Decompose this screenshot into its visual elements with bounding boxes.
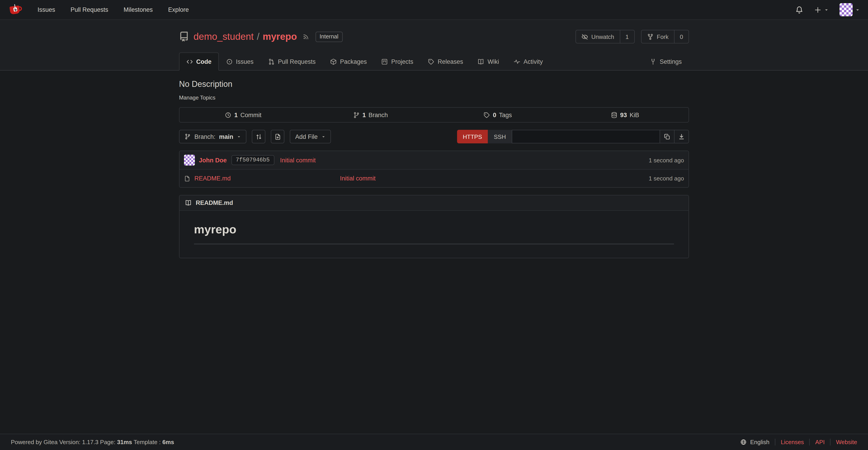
tab-activity[interactable]: Activity: [506, 53, 550, 70]
footer-divider: [830, 439, 831, 446]
settings-icon: [650, 58, 656, 65]
compare-icon: [255, 133, 262, 140]
latest-commit-row: John Doe 7f507946b5 Initial commit 1 sec…: [180, 151, 688, 169]
chevron-down-icon: [824, 7, 829, 12]
pull-request-icon: [268, 58, 275, 65]
watch-count[interactable]: 1: [620, 30, 634, 43]
tag-icon: [428, 58, 434, 65]
file-commit-message-link[interactable]: Initial commit: [340, 175, 376, 182]
commit-author-avatar[interactable]: [184, 155, 195, 166]
commit-sha-link[interactable]: 7f507946b5: [231, 155, 274, 165]
tab-projects[interactable]: Projects: [374, 53, 421, 70]
page-footer: Powered by Gitea Version: 1.17.3 Page: 3…: [0, 434, 868, 450]
tab-packages[interactable]: Packages: [323, 53, 374, 70]
package-icon: [330, 58, 337, 65]
bell-icon[interactable]: [795, 6, 803, 14]
code-icon: [186, 58, 193, 65]
readme-heading: myrepo: [194, 222, 674, 244]
https-clone-button[interactable]: HTTPS: [457, 130, 488, 143]
ssh-clone-button[interactable]: SSH: [488, 130, 512, 143]
code-toolbar: Branch:main Add File HTTPS: [179, 130, 689, 143]
repo-icon: [179, 32, 189, 41]
book-icon: [185, 200, 192, 206]
readme-panel: README.md myrepo: [179, 195, 689, 258]
plus-icon: [814, 6, 822, 13]
tab-releases[interactable]: Releases: [421, 53, 470, 70]
eye-off-icon: [581, 33, 588, 40]
rss-icon[interactable]: [303, 33, 309, 40]
unwatch-button[interactable]: Unwatch: [576, 30, 620, 43]
nav-item-pull-requests[interactable]: Pull Requests: [70, 6, 108, 13]
repo-name-link[interactable]: myrepo: [263, 31, 297, 42]
file-name-link[interactable]: README.md: [194, 175, 231, 182]
tab-pull-requests[interactable]: Pull Requests: [261, 53, 323, 70]
tab-issues[interactable]: Issues: [219, 53, 261, 70]
branch-icon: [184, 133, 191, 140]
projects-icon: [381, 58, 388, 65]
copy-icon: [664, 133, 671, 140]
branch-icon: [353, 112, 360, 118]
readme-header: README.md: [180, 196, 688, 211]
new-file-button[interactable]: [271, 130, 284, 143]
top-navbar: Issues Pull Requests Milestones Explore: [0, 0, 868, 20]
tab-code[interactable]: Code: [179, 53, 219, 70]
issue-icon: [226, 58, 233, 65]
clone-url-bar: [512, 130, 689, 143]
commit-age: 1 second ago: [649, 157, 684, 163]
add-file-dropdown[interactable]: Add File: [290, 130, 331, 143]
user-avatar: [839, 3, 852, 16]
website-link[interactable]: Website: [836, 439, 857, 446]
tags-stat[interactable]: 0Tags: [434, 108, 561, 122]
file-age: 1 second ago: [649, 175, 684, 182]
commit-message-link[interactable]: Initial commit: [280, 157, 316, 163]
fork-count[interactable]: 0: [674, 30, 688, 43]
branches-stat[interactable]: 1Branch: [307, 108, 434, 122]
download-button[interactable]: [674, 130, 688, 143]
clone-url-input[interactable]: [512, 130, 659, 143]
language-selector[interactable]: English: [740, 439, 770, 446]
nav-item-issues[interactable]: Issues: [37, 6, 55, 13]
main-content: No Description Manage Topics 1Commit 1Br…: [0, 70, 868, 434]
commits-stat[interactable]: 1Commit: [180, 108, 307, 122]
fork-button[interactable]: Fork: [642, 30, 674, 43]
tab-wiki[interactable]: Wiki: [470, 53, 506, 70]
repo-path-separator: /: [257, 31, 259, 42]
repo-header: demo_student / myrepo Internal Unwatch: [0, 20, 868, 70]
wiki-icon: [477, 58, 485, 65]
activity-icon: [514, 58, 520, 65]
compare-branches-button[interactable]: [252, 130, 266, 143]
tab-settings[interactable]: Settings: [643, 53, 689, 70]
api-link[interactable]: API: [815, 439, 825, 446]
nav-item-milestones[interactable]: Milestones: [124, 6, 153, 13]
licenses-link[interactable]: Licenses: [781, 439, 804, 446]
footer-divider: [775, 439, 775, 446]
nav-item-explore[interactable]: Explore: [168, 6, 189, 13]
chevron-down-icon: [855, 7, 860, 12]
repo-tabs: Code Issues Pull Requests Packages Proje…: [179, 52, 689, 70]
size-stat[interactable]: 93KiB: [561, 108, 688, 122]
repo-stats-bar: 1Commit 1Branch 0Tags 93KiB: [179, 107, 689, 123]
repo-description: No Description: [179, 80, 689, 89]
clock-icon: [225, 112, 231, 118]
create-new-menu[interactable]: [814, 6, 829, 13]
files-table: John Doe 7f507946b5 Initial commit 1 sec…: [179, 151, 689, 188]
footer-divider: [809, 439, 810, 446]
copy-url-button[interactable]: [659, 130, 674, 143]
readme-content: myrepo: [180, 211, 688, 258]
gitea-repo-page: Issues Pull Requests Milestones Explore: [0, 0, 868, 450]
globe-icon: [740, 439, 747, 446]
fork-button-group: Fork 0: [641, 30, 689, 43]
branch-dropdown[interactable]: Branch:main: [179, 130, 246, 143]
manage-topics-link[interactable]: Manage Topics: [179, 94, 689, 101]
download-icon: [678, 133, 685, 140]
user-menu[interactable]: [839, 3, 860, 16]
readme-filename: README.md: [196, 200, 233, 206]
fork-icon: [647, 33, 654, 40]
tag-icon: [483, 112, 490, 118]
commit-author-link[interactable]: John Doe: [199, 157, 227, 163]
gitea-logo[interactable]: [8, 3, 22, 17]
database-icon: [611, 112, 617, 118]
chevron-down-icon: [237, 134, 241, 139]
file-icon: [184, 175, 190, 182]
repo-owner-link[interactable]: demo_student: [193, 31, 254, 42]
